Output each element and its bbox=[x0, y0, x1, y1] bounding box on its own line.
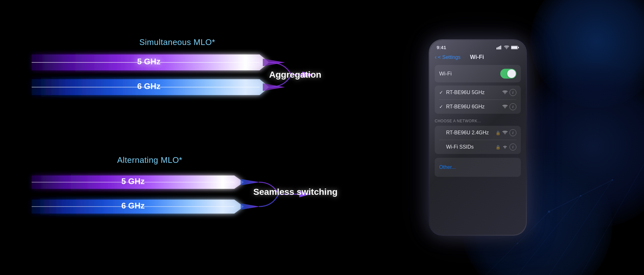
wifi-status-icon bbox=[504, 46, 509, 49]
network-6ghz-icons: i bbox=[502, 103, 516, 110]
svg-text:5 GHz: 5 GHz bbox=[121, 176, 145, 186]
svg-point-19 bbox=[79, 82, 206, 90]
choose-network-label: CHOOSE A NETWORK... bbox=[435, 119, 521, 126]
svg-marker-37 bbox=[241, 203, 260, 210]
svg-text:5 GHz: 5 GHz bbox=[137, 57, 161, 66]
wifi-title: Wi-Fi bbox=[470, 54, 484, 61]
network-ssids-left: ✓ Wi-Fi SSIDs bbox=[439, 144, 474, 150]
network-item-ssids[interactable]: ✓ Wi-Fi SSIDs 🔒 i bbox=[439, 140, 516, 154]
network-6ghz-name: RT-BE96U 6GHz bbox=[446, 104, 485, 110]
wifi-toggle-switch[interactable] bbox=[500, 69, 516, 79]
phone-mockup: 9:41 bbox=[429, 39, 527, 236]
svg-rect-44 bbox=[518, 47, 519, 48]
svg-line-6 bbox=[581, 180, 612, 196]
svg-rect-39 bbox=[496, 48, 497, 49]
status-icons bbox=[496, 46, 519, 49]
svg-marker-26 bbox=[263, 83, 285, 91]
network-2ghz-name: RT-BE96U 2.4GHz bbox=[446, 130, 489, 136]
network-6ghz-left: ✓ RT-BE96U 6GHz bbox=[439, 104, 485, 110]
settings-back-button[interactable]: ‹ < Settings bbox=[435, 54, 461, 61]
wifi-header: ‹ < Settings Wi-Fi bbox=[430, 53, 526, 64]
simultaneous-mlo-label: Simultaneous MLO* bbox=[139, 37, 215, 47]
wifi-signal-2ghz-icon bbox=[502, 131, 508, 135]
info-icon-6ghz[interactable]: i bbox=[509, 103, 516, 110]
status-time: 9:41 bbox=[437, 45, 446, 50]
svg-point-13 bbox=[79, 58, 206, 66]
wifi-toggle-label: Wi-Fi bbox=[439, 71, 452, 77]
svg-line-3 bbox=[581, 164, 644, 275]
network-item-5ghz[interactable]: ✓ RT-BE96U 5GHz i bbox=[439, 86, 516, 100]
network-2ghz-icons: 🔒 i bbox=[496, 129, 516, 136]
other-network-label: Other... bbox=[439, 161, 456, 173]
signal-icon bbox=[496, 46, 502, 49]
network-item-6ghz[interactable]: ✓ RT-BE96U 6GHz i bbox=[439, 100, 516, 114]
lock-icon-ssids: 🔒 bbox=[496, 145, 501, 150]
seamless-switching-label: Seamless switching bbox=[253, 187, 338, 197]
info-icon-ssids[interactable]: i bbox=[509, 144, 516, 150]
svg-point-32 bbox=[63, 203, 158, 209]
other-network-item[interactable]: Other... bbox=[439, 158, 516, 177]
wifi-signal-ssids-icon bbox=[502, 145, 508, 149]
svg-point-20 bbox=[73, 83, 149, 87]
alternating-mlo-label: Alternating MLO* bbox=[117, 155, 182, 165]
svg-marker-29 bbox=[32, 176, 244, 189]
aggregation-label: Aggregation bbox=[269, 70, 321, 80]
svg-rect-40 bbox=[498, 47, 499, 49]
svg-text:6 GHz: 6 GHz bbox=[121, 201, 145, 210]
checkmark-6ghz: ✓ bbox=[439, 104, 444, 110]
network-5ghz-icons: i bbox=[502, 89, 516, 96]
phone-screen: 9:41 bbox=[430, 40, 526, 235]
phone-frame: 9:41 bbox=[429, 39, 527, 236]
svg-point-9 bbox=[612, 179, 613, 181]
settings-back-label: < Settings bbox=[438, 54, 461, 60]
status-bar: 9:41 bbox=[430, 40, 526, 53]
network-ssids-icons: 🔒 i bbox=[496, 144, 516, 150]
network-ssids-name: Wi-Fi SSIDs bbox=[446, 144, 474, 150]
svg-line-2 bbox=[549, 180, 612, 275]
svg-text:6 GHz: 6 GHz bbox=[137, 81, 161, 91]
wifi-signal-6ghz-icon bbox=[502, 105, 508, 109]
svg-point-21 bbox=[165, 86, 215, 88]
network-2ghz-left: ✓ RT-BE96U 2.4GHz bbox=[439, 130, 489, 136]
wifi-toggle-row[interactable]: Wi-Fi bbox=[439, 65, 516, 82]
lock-icon-2ghz: 🔒 bbox=[496, 131, 501, 135]
svg-line-1 bbox=[517, 196, 581, 275]
wifi-signal-5ghz-icon bbox=[502, 91, 508, 94]
network-5ghz-left: ✓ RT-BE96U 5GHz bbox=[439, 90, 485, 95]
svg-marker-25 bbox=[263, 59, 285, 66]
info-icon-5ghz[interactable]: i bbox=[509, 89, 516, 96]
back-chevron-icon: ‹ bbox=[435, 54, 437, 61]
svg-marker-16 bbox=[32, 54, 269, 70]
network-5ghz-name: RT-BE96U 5GHz bbox=[446, 90, 485, 95]
svg-marker-33 bbox=[32, 200, 244, 214]
svg-rect-42 bbox=[500, 46, 501, 49]
svg-line-5 bbox=[549, 196, 581, 212]
svg-point-14 bbox=[73, 58, 149, 62]
svg-marker-22 bbox=[32, 79, 269, 95]
svg-rect-45 bbox=[511, 46, 517, 49]
info-icon-2ghz[interactable]: i bbox=[509, 129, 516, 136]
svg-rect-41 bbox=[499, 46, 500, 49]
svg-marker-36 bbox=[241, 179, 260, 185]
checkmark-5ghz: ✓ bbox=[439, 90, 444, 95]
battery-icon bbox=[511, 46, 519, 49]
svg-point-8 bbox=[580, 195, 581, 196]
network-item-2ghz[interactable]: ✓ RT-BE96U 2.4GHz 🔒 i bbox=[439, 126, 516, 140]
svg-point-15 bbox=[165, 61, 215, 64]
svg-point-28 bbox=[63, 179, 158, 185]
